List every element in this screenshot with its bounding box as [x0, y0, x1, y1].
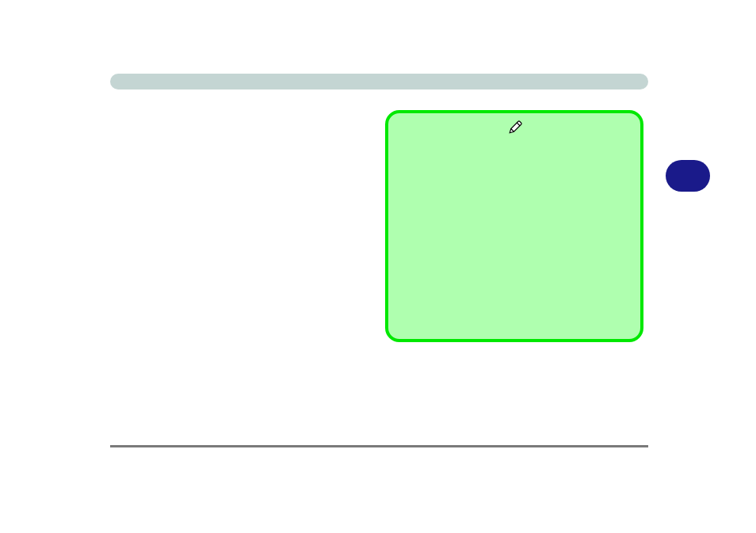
divider — [110, 445, 648, 447]
main-panel — [385, 110, 643, 342]
pen-icon[interactable] — [508, 120, 522, 135]
top-bar — [110, 74, 648, 89]
action-button[interactable] — [666, 160, 710, 192]
